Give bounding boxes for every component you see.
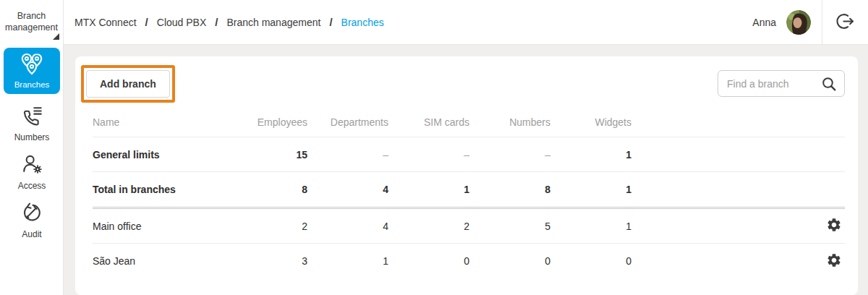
cell-widgets: 1 [550,221,631,232]
cell-numbers: 5 [469,221,550,232]
header-widgets: Widgets [550,116,631,128]
user-name: Anna [752,17,776,28]
table-row-total-in-branches: Total in branches 8 4 1 8 1 [93,172,845,207]
table-header-row: Name Employees Departments SIM cards Num… [93,107,845,137]
sidebar-item-access[interactable]: Access [0,150,64,193]
table-row-general-limits: General limits 15 – – – 1 [93,137,845,172]
header-departments: Departments [307,116,388,128]
gear-icon [826,252,842,270]
cell-numbers: – [469,149,550,161]
header-employees: Employees [226,116,307,128]
avatar[interactable] [786,10,811,35]
header-name: Name [93,116,226,128]
branches-table: Name Employees Departments SIM cards Num… [93,107,845,278]
header-sim-cards: SIM cards [388,116,469,128]
cell-widgets: 1 [550,149,631,161]
cell-name: General limits [93,149,226,161]
cell-employees: 3 [226,255,307,267]
search-input[interactable] [718,78,818,90]
breadcrumb-separator: / [329,16,332,28]
cell-sim-cards: – [388,149,469,161]
cell-widgets: 0 [550,255,631,267]
sidebar-item-label: Audit [22,229,41,239]
topbar: MTX Connect / Cloud PBX / Branch managem… [64,0,868,45]
row-settings-button[interactable] [825,251,843,272]
breadcrumb-item-branches[interactable]: Branches [341,17,384,28]
breadcrumb-item-branch-management[interactable]: Branch management [226,17,320,28]
sidebar-title: Branch management [0,0,63,33]
breadcrumb-separator: / [145,16,148,28]
cell-numbers: 0 [469,255,550,267]
breadcrumb-item-cloud-pbx[interactable]: Cloud PBX [157,17,206,28]
cell-numbers: 8 [469,184,550,195]
sidebar-item-label: Access [18,181,46,191]
annotation-highlight-box: Add branch [81,65,175,103]
add-branch-button[interactable]: Add branch [86,70,170,98]
sidebar: Branch management Branches Numbers [0,0,64,295]
cell-name: Main office [93,221,226,232]
breadcrumb-separator: / [215,16,218,28]
cell-name: Total in branches [93,184,226,195]
branch-pins-icon [17,53,46,80]
phone-list-icon [20,104,43,129]
table-row-sao-jean[interactable]: São Jean 3 1 0 0 0 [93,244,845,278]
cell-sim-cards: 1 [388,184,469,195]
logout-button[interactable] [822,0,868,45]
search-box [718,70,845,97]
cell-employees: 2 [226,221,307,232]
cell-departments: – [307,149,388,161]
pencil-circle-icon [20,201,43,226]
user-gear-icon [20,153,43,178]
cell-employees: 15 [226,149,307,161]
search-icon[interactable] [821,76,837,92]
cell-departments: 4 [307,221,388,232]
breadcrumb-item-mtx-connect[interactable]: MTX Connect [75,17,137,28]
cell-name: São Jean [93,255,226,267]
sidebar-item-numbers[interactable]: Numbers [0,101,64,145]
cell-sim-cards: 0 [388,255,469,267]
header-numbers: Numbers [469,116,550,128]
cell-sim-cards: 2 [388,221,469,232]
sidebar-item-branches[interactable]: Branches [4,48,60,94]
cell-departments: 1 [307,255,388,267]
sidebar-item-label: Branches [14,80,50,89]
sidebar-item-audit[interactable]: Audit [0,198,64,241]
content-card: Add branch Name Employees Departments SI… [75,56,858,295]
breadcrumb: MTX Connect / Cloud PBX / Branch managem… [75,16,384,28]
topbar-user-area: Anna [752,0,868,44]
table-row-main-office[interactable]: Main office 2 4 2 5 1 [93,209,845,244]
sidebar-item-label: Numbers [14,132,50,142]
resize-handle-icon[interactable] [53,33,59,40]
row-settings-button[interactable] [825,215,843,236]
logout-icon [835,12,855,33]
cell-departments: 4 [307,184,388,195]
gear-icon [826,217,842,235]
cell-employees: 8 [226,184,307,195]
cell-widgets: 1 [550,184,631,195]
